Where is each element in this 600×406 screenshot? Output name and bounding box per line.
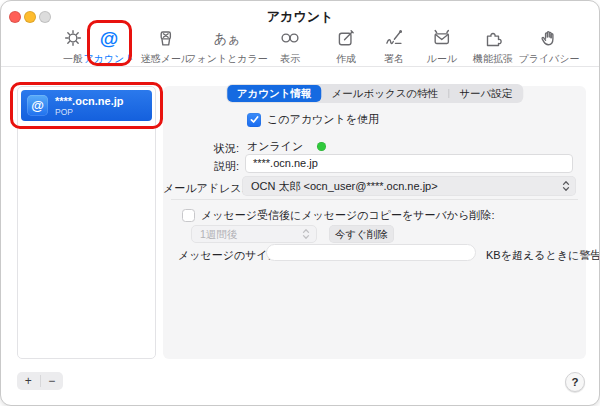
title-bar: アカウント [1, 1, 599, 27]
toolbar-label-signatures: 署名 [383, 52, 405, 66]
enable-account-checkbox[interactable] [247, 113, 261, 127]
mail-preferences-window: アカウント 一般 [0, 0, 600, 406]
toolbar-label-privacy: プライバシー [518, 52, 579, 66]
toolbar-item-viewing[interactable]: 表示 [279, 25, 301, 66]
remove-period-popup[interactable]: 1週間後 [191, 225, 317, 243]
tab-server-settings[interactable]: サーバ設定 [449, 85, 522, 102]
toolbar-label-composing: 作成 [335, 52, 357, 66]
junk-bin-icon [141, 25, 191, 51]
form-divider [171, 199, 578, 200]
gear-icon [62, 25, 84, 51]
remove-now-button[interactable]: 今すぐ削除 [329, 225, 394, 243]
fonts-colors-icon: あぁ [186, 25, 268, 51]
toolbar-label-rules: ルール [427, 52, 457, 66]
online-status-dot [317, 142, 326, 151]
glasses-icon [279, 25, 301, 51]
toolbar-divider [1, 66, 599, 67]
account-at-icon: @ [27, 95, 48, 116]
toolbar-item-general[interactable]: 一般 [62, 25, 84, 66]
tab-mailbox-behaviors[interactable]: メールボックスの特性 [322, 85, 449, 102]
remove-period-value: 1週間後 [200, 228, 237, 240]
toolbar-label-junk-mail: 迷惑メール [141, 52, 191, 66]
popup-chevrons-icon-disabled [302, 228, 310, 240]
status-row: オンライン [247, 139, 326, 154]
compose-icon [335, 25, 357, 51]
toolbar-label-general: 一般 [62, 52, 84, 66]
toolbar-label-viewing: 表示 [279, 52, 301, 66]
toolbar-item-privacy[interactable]: プライバシー [518, 25, 579, 66]
account-type-badge: POP [55, 107, 123, 117]
toolbar-label-accounts: アカウント [83, 52, 134, 66]
account-tabs: アカウント情報 メールボックスの特性 サーバ設定 [226, 84, 523, 103]
status-label: 状況: [163, 141, 239, 156]
size-warning-input[interactable] [266, 244, 476, 261]
preferences-toolbar: 一般 @ アカウント 迷惑メール あぁ フォントとカラー [1, 25, 599, 67]
toolbar-label-extensions: 機能拡張 [473, 52, 513, 66]
enable-account-row: このアカウントを使用 [247, 112, 379, 127]
hand-icon [518, 25, 579, 51]
toolbar-item-composing[interactable]: 作成 [335, 25, 357, 66]
description-field[interactable]: ****.ocn.ne.jp [245, 154, 573, 173]
help-button[interactable]: ? [565, 372, 585, 392]
remove-copy-row: メッセージ受信後にメッセージのコピーをサーバから削除: [182, 208, 494, 223]
rules-envelope-icon [427, 25, 457, 51]
email-address-label: メールアドレス: [163, 181, 239, 196]
window-title: アカウント [1, 8, 599, 26]
size-warning-suffix-label: KBを超えるときに警告 [486, 248, 600, 263]
remove-copy-label: メッセージ受信後にメッセージのコピーをサーバから削除: [201, 208, 494, 223]
account-name: ****.ocn.ne.jp [55, 95, 123, 107]
popup-chevrons-icon [562, 180, 570, 192]
account-info-panel: アカウント情報 メールボックスの特性 サーバ設定 このアカウントを使用 状況: … [163, 86, 586, 359]
email-address-popup[interactable]: OCN 太郎 <ocn_user@****.ocn.ne.jp> [242, 176, 576, 196]
account-list-item-ocn[interactable]: @ ****.ocn.ne.jp POP [21, 90, 152, 121]
toolbar-item-accounts[interactable]: @ アカウント [83, 25, 134, 66]
account-add-remove-control: + − [17, 372, 63, 390]
toolbar-item-signatures[interactable]: 署名 [383, 25, 405, 66]
toolbar-item-extensions[interactable]: 機能拡張 [473, 25, 513, 66]
tab-account-information[interactable]: アカウント情報 [227, 85, 322, 102]
puzzle-piece-icon [473, 25, 513, 51]
description-label: 説明: [163, 159, 239, 174]
status-value: オンライン [247, 139, 303, 154]
toolbar-item-rules[interactable]: ルール [427, 25, 457, 66]
remove-account-button[interactable]: − [41, 372, 64, 390]
toolbar-item-fonts-colors[interactable]: あぁ フォントとカラー [186, 25, 268, 66]
remove-copy-checkbox[interactable] [182, 209, 195, 222]
email-address-value: OCN 太郎 <ocn_user@****.ocn.ne.jp> [251, 180, 438, 192]
toolbar-item-junk-mail[interactable]: 迷惑メール [141, 25, 191, 66]
add-account-button[interactable]: + [17, 372, 40, 390]
toolbar-label-fonts-colors: フォントとカラー [186, 52, 268, 66]
enable-account-label: このアカウントを使用 [267, 112, 379, 127]
at-icon: @ [83, 25, 134, 51]
account-list: @ ****.ocn.ne.jp POP [17, 86, 156, 359]
signature-pen-icon [383, 25, 405, 51]
